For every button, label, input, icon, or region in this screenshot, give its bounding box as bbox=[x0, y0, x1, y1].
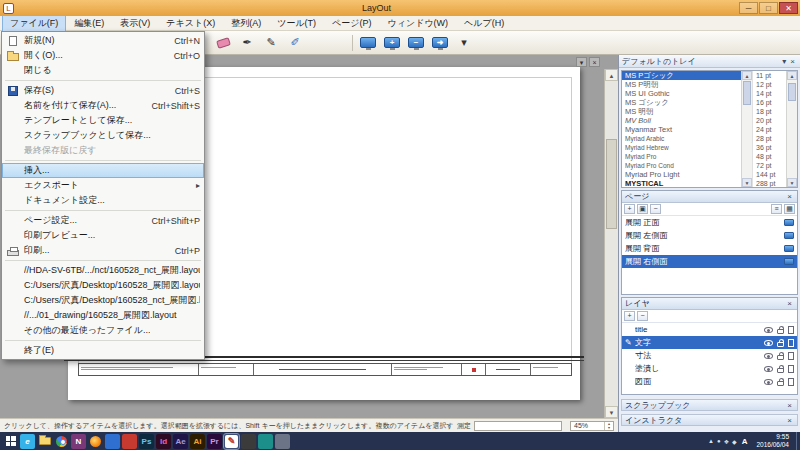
file-menu-item[interactable]: 開く(O)...Ctrl+O bbox=[2, 48, 204, 63]
minimize-button[interactable]: ─ bbox=[739, 2, 758, 14]
taskbar-aftereffects[interactable]: Ae bbox=[173, 434, 188, 449]
layer-share-icon[interactable] bbox=[788, 326, 794, 334]
menubar-item[interactable]: ウィンドウ(W) bbox=[380, 15, 457, 32]
font-list-item[interactable]: MS P明朝 bbox=[622, 80, 741, 89]
zoom-control[interactable]: 45% ▴ ▾ bbox=[570, 421, 614, 431]
file-menu-item[interactable]: C:/Users/沢真/Desktop/160528_nct_展開図.layou… bbox=[2, 293, 204, 308]
font-list-item[interactable]: MYSTICAL bbox=[622, 179, 741, 187]
font-size-item[interactable]: 24 pt bbox=[753, 125, 786, 134]
layer-list-item[interactable]: 図面 bbox=[622, 375, 797, 388]
taskbar-premiere[interactable]: Pr bbox=[207, 434, 222, 449]
font-size-item[interactable]: 20 pt bbox=[753, 116, 786, 125]
menubar-item[interactable]: ページ(P) bbox=[324, 15, 379, 32]
taskbar-layout-active[interactable]: ✎ bbox=[224, 434, 239, 449]
menubar-item[interactable]: 表示(V) bbox=[112, 15, 158, 32]
layer-visibility-icon[interactable] bbox=[764, 327, 773, 333]
font-size-item[interactable]: 14 pt bbox=[753, 89, 786, 98]
file-menu-item[interactable]: 印刷...Ctrl+P bbox=[2, 243, 204, 258]
tray-notification-icon[interactable]: ◆ bbox=[732, 438, 737, 445]
zoom-spinner[interactable]: ▴ ▾ bbox=[604, 422, 613, 430]
maximize-button[interactable]: □ bbox=[759, 2, 778, 14]
font-size-item[interactable]: 144 pt bbox=[753, 170, 786, 179]
document-pane-menu-button[interactable]: ▾ bbox=[576, 57, 587, 67]
menubar-item[interactable]: 整列(A) bbox=[223, 15, 269, 32]
layer-list-item[interactable]: 塗潰し bbox=[622, 362, 797, 375]
presentation-include-icon[interactable] bbox=[784, 232, 794, 239]
layer-list-item[interactable]: ✎文字 bbox=[622, 336, 797, 349]
font-size-scrollbar[interactable]: ▲ ▼ bbox=[786, 71, 797, 187]
font-list-item[interactable]: Myriad Pro Cond bbox=[622, 161, 741, 170]
instructor-panel-header[interactable]: インストラクタ × bbox=[621, 414, 798, 426]
layer-lock-icon[interactable] bbox=[777, 329, 784, 334]
font-size-item[interactable]: 28 pt bbox=[753, 134, 786, 143]
font-list-scrollbar[interactable]: ▲ ▼ bbox=[741, 71, 752, 187]
file-menu-item[interactable]: エクスポート▸ bbox=[2, 178, 204, 193]
font-size-item[interactable]: 18 pt bbox=[753, 107, 786, 116]
taskbar-app-red[interactable] bbox=[122, 434, 137, 449]
instructor-panel-close-icon[interactable]: × bbox=[785, 416, 794, 425]
taskbar-app-dark[interactable] bbox=[241, 434, 256, 449]
taskbar-app-teal[interactable] bbox=[258, 434, 273, 449]
font-list-item[interactable]: Myriad Arabic bbox=[622, 134, 741, 143]
font-size-item[interactable]: 36 pt bbox=[753, 143, 786, 152]
file-menu-item[interactable]: 名前を付けて保存(A)...Ctrl+Shift+S bbox=[2, 98, 204, 113]
layer-share-icon[interactable] bbox=[788, 378, 794, 386]
canvas-vertical-scrollbar[interactable]: ▲ ▼ bbox=[604, 69, 618, 418]
taskbar-clock[interactable]: 9:55 2016/06/04 bbox=[756, 433, 789, 449]
scrapbook-panel-header[interactable]: スクラップブック × bbox=[621, 399, 798, 411]
font-list-item[interactable]: Myriad Pro Light bbox=[622, 170, 741, 179]
scroll-down-arrow-icon[interactable]: ▼ bbox=[742, 178, 752, 187]
page-list-item[interactable]: 展開 背面 bbox=[622, 242, 797, 255]
font-size-item[interactable]: 72 pt bbox=[753, 161, 786, 170]
menubar-item[interactable]: 編集(E) bbox=[66, 15, 112, 32]
scroll-up-arrow-icon[interactable]: ▲ bbox=[605, 69, 618, 81]
page-list-item[interactable]: 展開 左側面 bbox=[622, 229, 797, 242]
ime-indicator[interactable]: A bbox=[740, 437, 750, 446]
taskbar-chrome[interactable] bbox=[54, 434, 69, 449]
title-bar[interactable]: L LayOut ─ □ ✕ bbox=[0, 0, 800, 16]
scrollbar-thumb[interactable] bbox=[743, 81, 751, 105]
file-menu-item[interactable]: 閉じる bbox=[2, 63, 204, 78]
tray-header[interactable]: デフォルトのトレイ ▾ × bbox=[619, 55, 800, 68]
scroll-down-arrow-icon[interactable]: ▼ bbox=[787, 178, 797, 187]
eyedropper-style-tool[interactable]: ✒ bbox=[236, 33, 258, 53]
font-list-item[interactable]: Myriad Pro bbox=[622, 152, 741, 161]
scroll-down-arrow-icon[interactable]: ▼ bbox=[605, 406, 618, 418]
presentation-include-icon[interactable] bbox=[784, 219, 794, 226]
spin-down-icon[interactable]: ▾ bbox=[605, 426, 613, 430]
tray-notification-icon[interactable]: ❖ bbox=[724, 438, 729, 445]
layer-share-icon[interactable] bbox=[788, 352, 794, 360]
show-desktop-button[interactable] bbox=[796, 432, 800, 450]
font-list-item[interactable]: MV Boli bbox=[622, 116, 741, 125]
eraser-tool[interactable] bbox=[212, 33, 234, 53]
tray-menu-icon[interactable]: ▾ bbox=[780, 57, 788, 66]
file-menu-item[interactable]: //HDA-SV-6TB/.../nct/160528_nct_展開.layou… bbox=[2, 263, 204, 278]
file-menu-item[interactable]: ページ設定...Ctrl+Shift+P bbox=[2, 213, 204, 228]
duplicate-page-button[interactable]: ▣ bbox=[637, 204, 648, 214]
font-list-item[interactable]: MS Pゴシック bbox=[622, 71, 741, 80]
font-size-item[interactable]: 12 pt bbox=[753, 80, 786, 89]
layer-visibility-icon[interactable] bbox=[764, 366, 773, 372]
pages-panel-close-icon[interactable]: × bbox=[785, 192, 794, 201]
layer-share-icon[interactable] bbox=[788, 339, 794, 347]
pen-tool[interactable]: ✎ bbox=[260, 33, 282, 53]
taskbar-photoshop[interactable]: Ps bbox=[139, 434, 154, 449]
font-list-item[interactable]: MS 明朝 bbox=[622, 107, 741, 116]
taskbar-indesign[interactable]: Id bbox=[156, 434, 171, 449]
document-pane-close-button[interactable]: × bbox=[589, 57, 600, 67]
page-list-item[interactable]: 展開 正面 bbox=[622, 216, 797, 229]
scrollbar-thumb[interactable] bbox=[788, 83, 796, 101]
layer-lock-icon[interactable] bbox=[777, 368, 784, 373]
page-list-item[interactable]: 展開 右側面 bbox=[622, 255, 797, 268]
font-list-item[interactable]: Myanmar Text bbox=[622, 125, 741, 134]
layer-lock-icon[interactable] bbox=[777, 381, 784, 386]
presentation-include-icon[interactable] bbox=[784, 245, 794, 252]
layer-visibility-icon[interactable] bbox=[764, 379, 773, 385]
file-menu-item[interactable]: 最終保存版に戻す bbox=[2, 143, 204, 158]
add-page-button[interactable]: + bbox=[624, 204, 635, 214]
marker-tool[interactable]: ✐ bbox=[284, 33, 306, 53]
display-zoom-in-button[interactable]: + bbox=[381, 33, 403, 53]
font-size-item[interactable]: 16 pt bbox=[753, 98, 786, 107]
delete-page-button[interactable]: − bbox=[650, 204, 661, 214]
taskbar-app-gray[interactable] bbox=[275, 434, 290, 449]
